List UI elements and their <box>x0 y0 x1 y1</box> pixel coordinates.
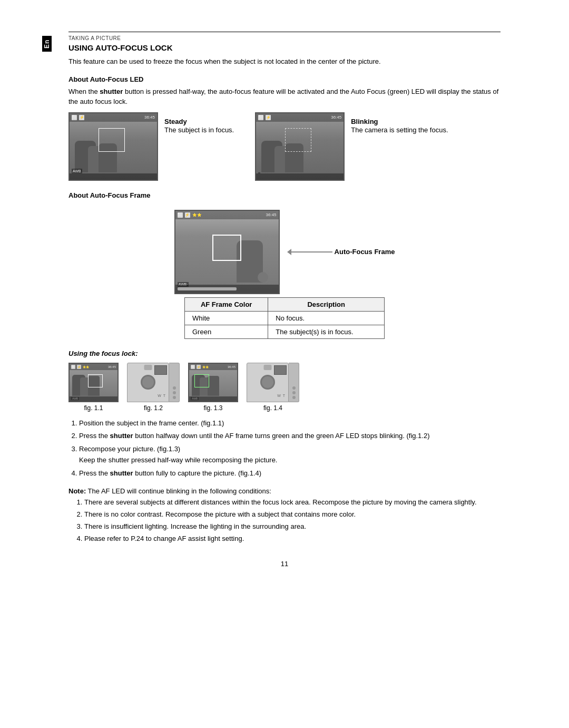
note-list: There are several subjects at different … <box>84 497 501 544</box>
table-row: White No focus. <box>185 311 385 325</box>
fig-1-2-camera: W T <box>127 363 180 402</box>
fig-1-1-label: fig. 1.1 <box>84 404 103 412</box>
led-blinking-item: ⬜ ⚡ 36:45 Blinking The camera is setting… <box>255 112 448 181</box>
page-number: 11 <box>68 560 501 568</box>
fig-1-1-lcd: ⬜ ⚡ ⭐⭐ 36:45 AWB <box>68 363 119 402</box>
table-row: Green The subject(s) is in focus. <box>185 325 385 338</box>
header-bar <box>68 32 501 32</box>
led-images-row: ⬜ ⚡ 36:45 AWB Steady The subject is in <box>68 112 501 181</box>
table-cell-desc-1: No focus. <box>268 311 385 325</box>
fig-1-2-label: fig. 1.2 <box>144 404 163 412</box>
table-cell-color-2: Green <box>185 325 268 338</box>
toolbar-icon-2: ⚡ <box>79 115 84 120</box>
led-blinking-label: Blinking The camera is setting the focus… <box>351 118 448 135</box>
table-col2-header: Description <box>268 297 385 311</box>
fig-1-4-item: W T fig. 1.4 <box>247 363 299 412</box>
led-blinking-title: Blinking <box>351 118 448 125</box>
note-title: Note: <box>68 487 86 495</box>
about-led-title: About Auto-Focus LED <box>68 75 501 83</box>
note-item-2: There is no color contrast. Recompose th… <box>84 509 501 520</box>
step-3: Recompose your picture. (fig.1.3)Keep th… <box>79 444 501 466</box>
led-steady-desc: The subject is in focus. <box>164 125 234 135</box>
note-item-4: Please refer to P.24 to change AF assist… <box>84 533 501 545</box>
led-steady-label: Steady The subject is in focus. <box>164 118 234 135</box>
header-label: TAKING A PICTURE <box>68 35 501 41</box>
fig-1-3-label: fig. 1.3 <box>203 404 222 412</box>
lang-tag: En <box>42 36 52 52</box>
steps-list: Position the subject in the frame center… <box>79 418 501 479</box>
lcd-blinking: ⬜ ⚡ 36:45 <box>255 112 345 181</box>
focus-lock-images: ⬜ ⚡ ⭐⭐ 36:45 AWB fig. 1.1 <box>68 363 501 412</box>
fig-1-2-item: W T fig. 1.2 <box>127 363 180 412</box>
fig-1-3-item: ⬜ ⚡ ⭐⭐ 36:45 AWB fig. 1.3 <box>188 363 238 412</box>
fig-1-3-lcd: ⬜ ⚡ ⭐⭐ 36:45 AWB <box>188 363 238 402</box>
step-4: Press the shutter button fully to captur… <box>79 468 501 479</box>
note-box: Note: The AF LED will continue blinking … <box>68 486 501 544</box>
toolbar-icon-3: ⬜ <box>258 115 263 120</box>
led-steady-title: Steady <box>164 118 234 125</box>
step-2: Press the shutter button halfway down un… <box>79 431 501 442</box>
note-item-3: There is insufficient lighting. Increase… <box>84 521 501 532</box>
af-frame-label-text: Auto-Focus Frame <box>335 248 395 256</box>
table-cell-color-1: White <box>185 311 268 325</box>
lcd-awb-label: AWB <box>72 169 82 173</box>
toolbar-icon-1: ⬜ <box>72 115 77 120</box>
section-title: USING AUTO-FOCUS LOCK <box>68 43 501 52</box>
fig-1-1-item: ⬜ ⚡ ⭐⭐ 36:45 AWB fig. 1.1 <box>68 363 119 412</box>
focus-lock-title: Using the focus lock: <box>68 350 501 357</box>
note-item-1: There are several subjects at different … <box>84 497 501 508</box>
led-blinking-desc: The camera is setting the focus. <box>351 125 448 135</box>
table-cell-desc-2: The subject(s) is in focus. <box>268 325 385 338</box>
af-frame-lcd: ⬜ ⚡ ⭐⭐ 36:45 AWB· <box>174 210 280 294</box>
fig-1-4-camera: W T <box>247 363 299 402</box>
led-steady-item: ⬜ ⚡ 36:45 AWB Steady The subject is in <box>68 112 234 181</box>
af-toolbar-icon-1: ⬜ <box>178 212 183 218</box>
af-toolbar-icon-2: ⚡ <box>185 212 190 218</box>
af-frame-image-container: ⬜ ⚡ ⭐⭐ 36:45 AWB· Auto-Focus Frame <box>68 210 501 294</box>
af-arrow-label: Auto-Focus Frame <box>290 248 395 256</box>
af-frame-table: AF Frame Color Description White No focu… <box>184 297 385 339</box>
fig-1-4-label: fig. 1.4 <box>263 404 282 412</box>
about-af-frame-title: About Auto-Focus Frame <box>68 191 501 199</box>
about-led-text: When the shutter button is pressed half-… <box>68 86 501 107</box>
toolbar-icon-4: ⚡ <box>266 115 271 120</box>
table-col1-header: AF Frame Color <box>185 297 268 311</box>
intro-text: This feature can be used to freeze the f… <box>68 56 501 67</box>
note-intro: The AF LED will continue blinking in the… <box>88 487 271 495</box>
step-1: Position the subject in the frame center… <box>79 418 501 429</box>
lcd-steady: ⬜ ⚡ 36:45 AWB <box>68 112 158 181</box>
